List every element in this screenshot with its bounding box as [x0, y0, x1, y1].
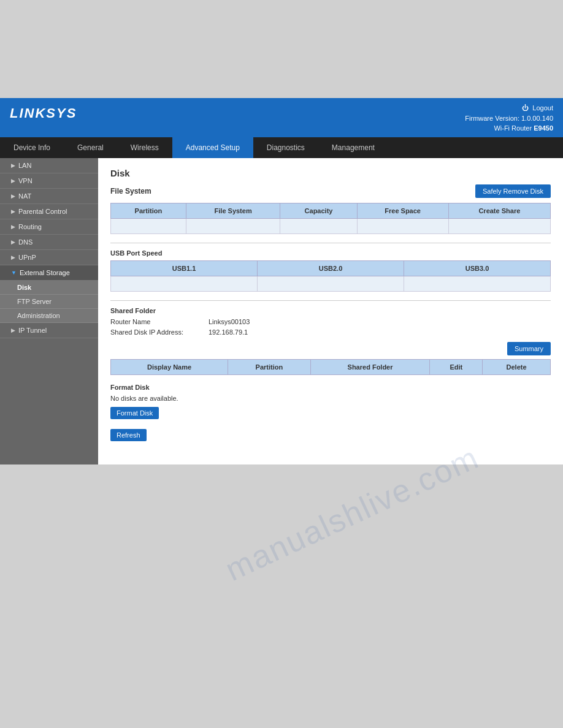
col-delete: Delete [483, 359, 551, 374]
arrow-icon: ▶ [11, 193, 15, 199]
col-create-share: Create Share [448, 203, 550, 218]
sidebar-item-parental-control[interactable]: ▶ Parental Control [0, 204, 98, 219]
sidebar-item-routing[interactable]: ▶ Routing [0, 219, 98, 235]
main-layout: ▶ LAN ▶ VPN ▶ NAT ▶ Parental Control ▶ R… [0, 158, 563, 464]
col-partition: Partition [111, 203, 186, 218]
arrow-icon: ▼ [11, 270, 17, 276]
arrow-icon: ▶ [11, 162, 15, 169]
format-disk-button[interactable]: Format Disk [110, 407, 159, 419]
format-disk-title: Format Disk [110, 384, 551, 391]
table-row [111, 218, 551, 233]
page-title: Disk [110, 168, 551, 178]
nav-bar: Device Info General Wireless Advanced Se… [0, 137, 563, 158]
sidebar-item-nat[interactable]: ▶ NAT [0, 189, 98, 204]
sidebar-sub-item-administration[interactable]: Administration [0, 309, 98, 323]
router-model: Wi-Fi Router E9450 [465, 123, 553, 134]
format-disk-section: Format Disk No disks are available. Form… [110, 384, 551, 419]
nav-advanced-setup[interactable]: Advanced Setup [172, 137, 253, 158]
file-system-label: File System [110, 187, 151, 195]
router-name-row: Router Name Linksys00103 [110, 318, 551, 325]
header: LINKSYS ⏻ Logout Firmware Version: 1.0.0… [0, 98, 563, 137]
col-usb11: USB1.1 [111, 260, 258, 276]
arrow-icon: ▶ [11, 254, 15, 260]
content-area: Disk File System Safely Remove Disk Part… [98, 158, 563, 464]
firmware-version: Firmware Version: 1.0.00.140 [465, 113, 553, 124]
col-edit: Edit [430, 359, 483, 374]
sidebar-sub-item-disk[interactable]: Disk [0, 281, 98, 295]
col-usb30: USB3.0 [404, 260, 551, 276]
col-shared-folder: Shared Folder [310, 359, 430, 374]
col-file-system: File System [186, 203, 280, 218]
usb-table: USB1.1 USB2.0 USB3.0 [110, 260, 551, 292]
router-name-label: Router Name [110, 318, 209, 325]
logo: LINKSYS [10, 105, 77, 121]
sidebar-item-dns[interactable]: ▶ DNS [0, 235, 98, 250]
sidebar-sub: Disk FTP Server Administration [0, 281, 98, 323]
file-system-header: File System Safely Remove Disk [110, 184, 551, 198]
col-display-name: Display Name [111, 359, 228, 374]
summary-button[interactable]: Summary [507, 342, 551, 355]
refresh-row: Refresh [110, 429, 551, 441]
logout-link[interactable]: Logout [532, 104, 553, 112]
shared-folder-title: Shared Folder [110, 307, 551, 314]
sidebar: ▶ LAN ▶ VPN ▶ NAT ▶ Parental Control ▶ R… [0, 158, 98, 464]
arrow-icon: ▶ [11, 224, 15, 230]
shared-disk-ip-row: Shared Disk IP Address: 192.168.79.1 [110, 328, 551, 336]
divider2 [110, 300, 551, 301]
arrow-icon: ▶ [11, 239, 15, 245]
shared-disk-ip-value: 192.168.79.1 [209, 328, 248, 336]
nav-general[interactable]: General [64, 137, 117, 158]
divider [110, 243, 551, 243]
shared-folder-table: Display Name Partition Shared Folder Edi… [110, 359, 551, 375]
summary-row: Summary [110, 342, 551, 355]
col-capacity: Capacity [280, 203, 357, 218]
arrow-icon: ▶ [11, 208, 15, 214]
sidebar-sub-item-ftp-server[interactable]: FTP Server [0, 295, 98, 309]
file-system-table: Partition File System Capacity Free Spac… [110, 203, 551, 234]
shared-disk-ip-label: Shared Disk IP Address: [110, 328, 209, 336]
sidebar-item-upnp[interactable]: ▶ UPnP [0, 250, 98, 265]
nav-diagnostics[interactable]: Diagnostics [253, 137, 318, 158]
col-free-space: Free Space [357, 203, 448, 218]
header-right: ⏻ Logout Firmware Version: 1.0.00.140 Wi… [465, 103, 553, 134]
sidebar-item-external-storage[interactable]: ▼ External Storage [0, 265, 98, 281]
nav-wireless[interactable]: Wireless [117, 137, 172, 158]
nav-management[interactable]: Management [318, 137, 388, 158]
arrow-icon: ▶ [11, 327, 15, 333]
no-disks-text: No disks are available. [110, 395, 551, 402]
shared-folder-section: Shared Folder Router Name Linksys00103 S… [110, 307, 551, 336]
sidebar-item-lan[interactable]: ▶ LAN [0, 158, 98, 173]
col-usb20: USB2.0 [258, 260, 404, 276]
router-name-value: Linksys00103 [209, 318, 250, 325]
nav-device-info[interactable]: Device Info [0, 137, 64, 158]
sidebar-item-ip-tunnel[interactable]: ▶ IP Tunnel [0, 323, 98, 338]
usb-port-speed-label: USB Port Speed [110, 249, 551, 257]
col-partition: Partition [228, 359, 311, 374]
sidebar-item-vpn[interactable]: ▶ VPN [0, 173, 98, 189]
logout-icon: ⏻ [522, 104, 529, 112]
refresh-button[interactable]: Refresh [110, 429, 147, 441]
table-row [111, 276, 551, 291]
safely-remove-disk-button[interactable]: Safely Remove Disk [475, 184, 551, 198]
arrow-icon: ▶ [11, 178, 15, 184]
